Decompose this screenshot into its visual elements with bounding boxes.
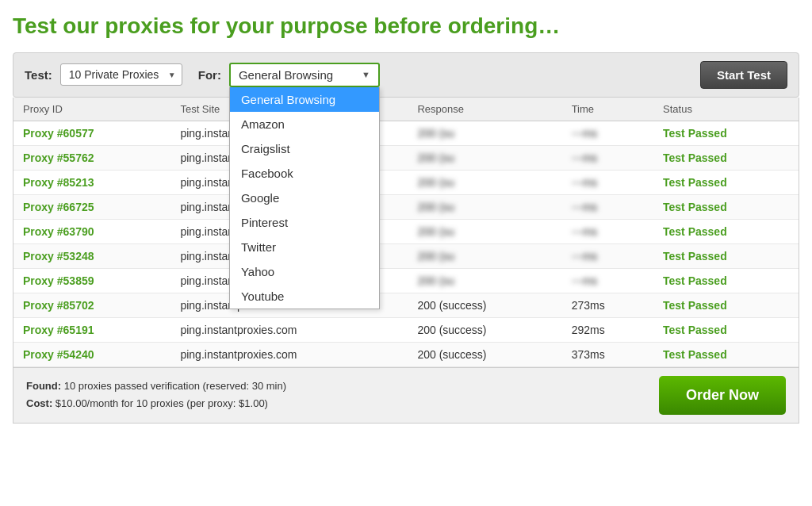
cell-proxy-id: Proxy #85702 [13, 293, 170, 317]
cell-proxy-id: Proxy #55762 [13, 145, 170, 170]
cell-status: Test Passed [653, 219, 799, 243]
col-header-proxy-id: Proxy ID [13, 98, 170, 121]
table-row: Proxy #65191ping.instantproxies.com200 (… [13, 317, 799, 342]
table-header-row: Proxy ID Test Site Response Time Status [13, 98, 799, 121]
for-option-facebook[interactable]: Facebook [230, 161, 379, 186]
cell-response: 200 (success) [408, 342, 561, 366]
cost-text: $10.00/month for 10 proxies (per proxy: … [56, 397, 268, 409]
cell-time: ---ms [562, 268, 653, 293]
col-header-response: Response [408, 98, 561, 121]
cell-response: 200 (su [408, 194, 561, 219]
cell-status: Test Passed [653, 121, 799, 145]
table-row: Proxy #54240ping.instantproxies.com200 (… [13, 342, 799, 366]
test-select[interactable]: 10 Private Proxies [60, 63, 182, 86]
footer-bar: Found: 10 proxies passed verification (r… [13, 368, 799, 424]
cell-time: 273ms [562, 293, 653, 317]
cell-status: Test Passed [653, 317, 799, 342]
table-row: Proxy #85213ping.instantproxies.com200 (… [13, 170, 799, 194]
found-label: Found: [26, 380, 61, 392]
table-row: Proxy #53859ping.instantproxies.com200 (… [13, 268, 799, 293]
cell-response: 200 (su [408, 121, 561, 145]
col-header-status: Status [653, 98, 799, 121]
start-test-button[interactable]: Start Test [700, 61, 787, 89]
for-dropdown-arrow-icon: ▼ [362, 70, 370, 79]
cell-proxy-id: Proxy #66725 [13, 194, 170, 219]
cell-test-site: ping.instantproxies.com [170, 317, 408, 342]
table-row: Proxy #55762ping.instantproxies.com200 (… [13, 145, 799, 170]
cell-time: ---ms [562, 121, 653, 145]
col-header-time: Time [562, 98, 653, 121]
cell-proxy-id: Proxy #60577 [13, 121, 170, 145]
cell-time: ---ms [562, 219, 653, 243]
cost-label: Cost: [26, 397, 52, 409]
for-option-amazon[interactable]: Amazon [230, 112, 379, 136]
cell-status: Test Passed [653, 243, 799, 268]
for-selected-value: General Browsing [239, 68, 333, 82]
order-now-button[interactable]: Order Now [659, 376, 786, 415]
for-dropdown-wrapper[interactable]: General Browsing ▼ General Browsing Amaz… [229, 63, 380, 87]
cell-proxy-id: Proxy #63790 [13, 219, 170, 243]
for-option-general-browsing[interactable]: General Browsing [230, 87, 379, 112]
cell-test-site: ping.instantproxies.com [170, 342, 408, 366]
table-row: Proxy #60577ping.instantproxies.com200 (… [13, 121, 799, 145]
cell-response: 200 (success) [408, 317, 561, 342]
page-title: Test our proxies for your purpose before… [13, 13, 799, 40]
cell-proxy-id: Proxy #53248 [13, 243, 170, 268]
table-row: Proxy #66725ping.instantproxies.com200 (… [13, 194, 799, 219]
cell-time: ---ms [562, 170, 653, 194]
cell-time: ---ms [562, 243, 653, 268]
for-dropdown-menu: General Browsing Amazon Craigslist Faceb… [229, 87, 380, 309]
cell-proxy-id: Proxy #54240 [13, 342, 170, 366]
cell-proxy-id: Proxy #85213 [13, 170, 170, 194]
controls-bar: Test: 10 Private Proxies ▼ For: General … [13, 52, 799, 98]
test-select-wrapper[interactable]: 10 Private Proxies ▼ [60, 63, 182, 86]
cell-status: Test Passed [653, 194, 799, 219]
cell-time: ---ms [562, 145, 653, 170]
for-option-google[interactable]: Google [230, 186, 379, 210]
cell-status: Test Passed [653, 268, 799, 293]
results-table: Proxy ID Test Site Response Time Status … [13, 98, 799, 367]
for-label: For: [198, 68, 221, 82]
for-option-pinterest[interactable]: Pinterest [230, 210, 379, 235]
footer-found-line: Found: 10 proxies passed verification (r… [26, 378, 286, 395]
for-option-yahoo[interactable]: Yahoo [230, 259, 379, 284]
test-label: Test: [25, 68, 52, 82]
table-row: Proxy #85702ping.instantproxies.com200 (… [13, 293, 799, 317]
found-text: 10 proxies passed verification (reserved… [64, 380, 286, 392]
footer-cost-line: Cost: $10.00/month for 10 proxies (per p… [26, 395, 286, 412]
cell-response: 200 (su [408, 170, 561, 194]
cell-time: 292ms [562, 317, 653, 342]
cell-status: Test Passed [653, 342, 799, 366]
results-table-wrapper: Proxy ID Test Site Response Time Status … [13, 98, 799, 368]
cell-response: 200 (su [408, 268, 561, 293]
cell-proxy-id: Proxy #65191 [13, 317, 170, 342]
table-row: Proxy #63790ping.instantproxies.com200 (… [13, 219, 799, 243]
cell-proxy-id: Proxy #53859 [13, 268, 170, 293]
cell-response: 200 (success) [408, 293, 561, 317]
for-option-twitter[interactable]: Twitter [230, 235, 379, 259]
cell-time: ---ms [562, 194, 653, 219]
cell-response: 200 (su [408, 219, 561, 243]
cell-status: Test Passed [653, 170, 799, 194]
table-row: Proxy #53248ping.instantproxies.com200 (… [13, 243, 799, 268]
footer-text: Found: 10 proxies passed verification (r… [26, 378, 286, 412]
for-option-craigslist[interactable]: Craigslist [230, 136, 379, 161]
cell-status: Test Passed [653, 293, 799, 317]
for-dropdown-trigger[interactable]: General Browsing ▼ [229, 63, 380, 87]
table-body: Proxy #60577ping.instantproxies.com200 (… [13, 121, 799, 366]
for-option-youtube[interactable]: Youtube [230, 284, 379, 309]
cell-response: 200 (su [408, 145, 561, 170]
cell-response: 200 (su [408, 243, 561, 268]
cell-time: 373ms [562, 342, 653, 366]
cell-status: Test Passed [653, 145, 799, 170]
